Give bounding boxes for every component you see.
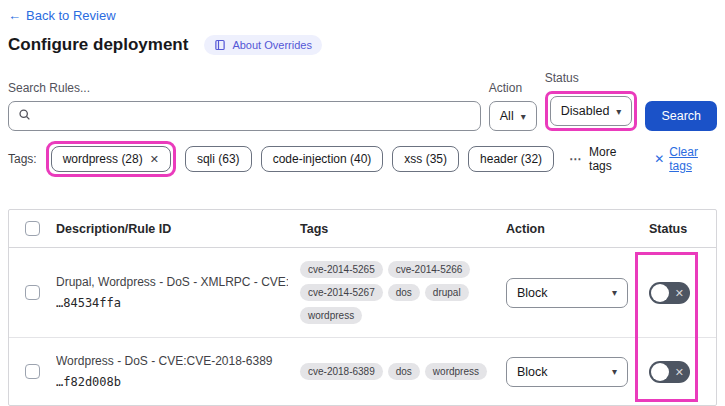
rule-status-cell: ✕ (641, 361, 716, 383)
about-overrides-label: About Overrides (232, 39, 311, 51)
ellipsis-icon: ⋯ (569, 152, 582, 166)
back-arrow-icon: ← (8, 8, 21, 23)
status-column: Status Disabled ▾ (545, 71, 638, 131)
status-toggle[interactable]: ✕ (649, 361, 690, 383)
col-description: Description/Rule ID (56, 222, 300, 236)
back-link-label: Back to Review (26, 8, 116, 23)
chevron-down-icon: ▾ (612, 287, 617, 298)
table-header: Description/Rule ID Tags Action Status (9, 210, 716, 248)
rule-action-cell: Block ▾ (506, 357, 641, 387)
tag-header[interactable]: header (32) (468, 146, 554, 172)
remove-tag-icon[interactable]: ✕ (150, 153, 159, 166)
selected-tag-highlight: wordpress (28) ✕ (46, 141, 176, 177)
action-label: Action (489, 81, 537, 95)
col-tags: Tags (300, 222, 506, 236)
tag-wordpress-label: wordpress (28) (63, 152, 143, 166)
clear-tags-button[interactable]: ✕ Clear tags (654, 145, 717, 173)
rule-tags-cell: cve-2014-5265 cve-2014-5266 cve-2014-526… (300, 251, 506, 334)
tag-code-injection[interactable]: code-injection (40) (261, 146, 384, 172)
col-action: Action (506, 222, 641, 236)
close-icon: ✕ (654, 152, 664, 166)
rule-description: Drupal, Wordpress - DoS - XMLRPC - CVE:C… (56, 275, 288, 289)
more-tags-label: More tags (589, 145, 635, 173)
rule-tag: cve-2014-5266 (388, 261, 471, 278)
table-row: Drupal, Wordpress - DoS - XMLRPC - CVE:C… (9, 248, 716, 338)
title-row: Configure deployment About Overrides (8, 35, 717, 55)
tags-bar: Tags: wordpress (28) ✕ sqli (63) code-in… (8, 141, 717, 177)
rule-description: Wordpress - DoS - CVE:CVE-2018-6389 (56, 354, 288, 368)
chevron-down-icon: ▾ (616, 106, 621, 117)
action-select-value: Block (517, 286, 548, 300)
search-input[interactable] (38, 109, 471, 123)
action-dropdown[interactable]: All ▾ (489, 101, 537, 131)
rule-tag: cve-2018-6389 (300, 363, 383, 380)
rule-tag: cve-2014-5265 (300, 261, 383, 278)
more-tags-button[interactable]: ⋯ More tags (569, 145, 635, 173)
rule-description-cell: Wordpress - DoS - CVE:CVE-2018-6389 …f82… (56, 354, 300, 389)
rule-id: …f82d008b (56, 375, 288, 389)
clear-tags-label: Clear tags (669, 145, 717, 173)
row-checkbox-cell (9, 285, 56, 300)
toggle-off-icon: ✕ (675, 366, 684, 377)
action-value: All (500, 109, 514, 123)
status-value: Disabled (561, 104, 610, 118)
rule-tag: cve-2014-5267 (300, 284, 383, 301)
search-column: Search Rules... (8, 81, 481, 131)
action-select-value: Block (517, 365, 548, 379)
tags-label: Tags: (8, 152, 37, 166)
book-icon (214, 39, 226, 51)
col-status: Status (641, 222, 716, 236)
row-checkbox[interactable] (25, 364, 40, 379)
configure-deployment-page: ← Back to Review Configure deployment Ab… (0, 0, 725, 406)
rule-tag: wordpress (425, 363, 487, 380)
rule-id: …84534ffa (56, 296, 288, 310)
action-column: Action All ▾ (489, 81, 537, 131)
status-label: Status (545, 71, 638, 85)
rule-status-cell: ✕ (641, 282, 716, 304)
rule-tags-cell: cve-2018-6389 dos wordpress (300, 353, 506, 390)
search-button[interactable]: Search (645, 101, 717, 131)
search-icon (18, 107, 31, 125)
search-box[interactable] (8, 101, 481, 131)
rule-tag: drupal (425, 284, 469, 301)
toggle-knob (651, 284, 669, 302)
toggle-off-icon: ✕ (675, 287, 684, 298)
filter-controls: Search Rules... Action All ▾ Status (8, 71, 717, 131)
row-checkbox[interactable] (25, 285, 40, 300)
rule-tag: dos (388, 284, 420, 301)
tag-sqli[interactable]: sqli (63) (185, 146, 252, 172)
search-rules-label: Search Rules... (8, 81, 481, 95)
rule-action-cell: Block ▾ (506, 278, 641, 308)
rule-tag: dos (388, 363, 420, 380)
status-dropdown[interactable]: Disabled ▾ (550, 96, 633, 126)
chevron-down-icon: ▾ (521, 111, 526, 122)
tag-wordpress[interactable]: wordpress (28) ✕ (51, 146, 171, 172)
action-select[interactable]: Block ▾ (506, 357, 628, 387)
select-all-checkbox[interactable] (25, 221, 40, 236)
rule-description-cell: Drupal, Wordpress - DoS - XMLRPC - CVE:C… (56, 275, 300, 310)
about-overrides-badge[interactable]: About Overrides (204, 35, 321, 55)
table-row: Wordpress - DoS - CVE:CVE-2018-6389 …f82… (9, 338, 716, 405)
chevron-down-icon: ▾ (612, 366, 617, 377)
action-select[interactable]: Block ▾ (506, 278, 628, 308)
status-toggle[interactable]: ✕ (649, 282, 690, 304)
header-checkbox-cell (9, 221, 56, 236)
status-dropdown-highlight: Disabled ▾ (545, 91, 638, 131)
rules-table: Description/Rule ID Tags Action Status D… (8, 209, 717, 406)
toggle-knob (651, 363, 669, 381)
page-title: Configure deployment (8, 35, 188, 55)
rule-tag: wordpress (300, 307, 362, 324)
back-to-review-link[interactable]: ← Back to Review (8, 8, 116, 23)
row-checkbox-cell (9, 364, 56, 379)
tag-xss[interactable]: xss (35) (392, 146, 459, 172)
